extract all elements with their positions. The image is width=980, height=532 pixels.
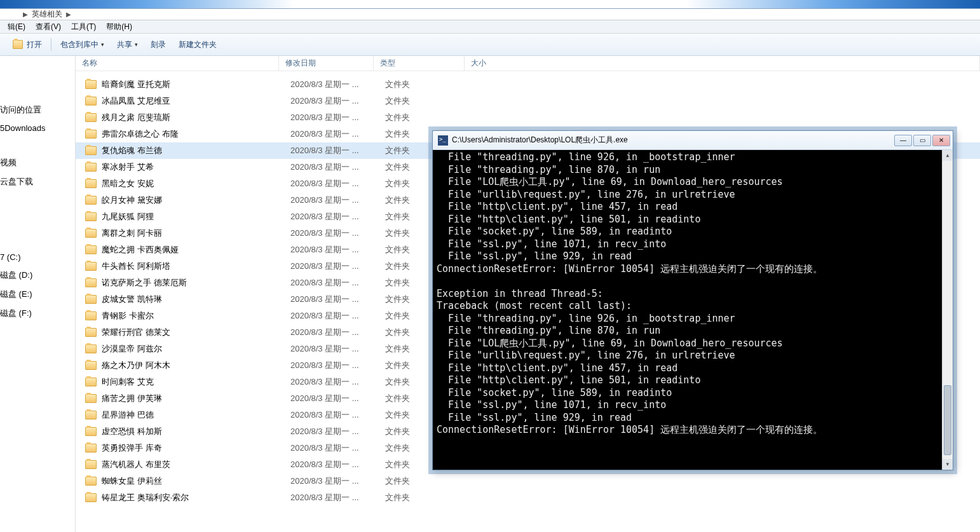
folder-icon xyxy=(85,229,97,238)
file-date: 2020/8/3 星期一 ... xyxy=(290,194,385,206)
file-date: 2020/8/3 星期一 ... xyxy=(290,426,385,437)
console-window[interactable]: C:\Users\Administrator\Desktop\LOL爬虫小工具.… xyxy=(432,130,953,470)
menu-edit[interactable]: 辑(E) xyxy=(3,22,31,32)
folder-icon xyxy=(85,212,97,221)
window-chrome-top xyxy=(0,0,980,9)
breadcrumb-folder[interactable]: 英雄相关 xyxy=(32,9,62,20)
sidebar-item-visited[interactable]: 访问的位置 xyxy=(0,100,75,119)
folder-icon xyxy=(85,196,97,205)
file-name: 荣耀行刑官 德莱文 xyxy=(102,327,290,338)
sidebar: 访问的位置 5Downloads 视频 云盘下载 7 (C:) 磁盘 (D:) … xyxy=(0,56,76,532)
breadcrumb-dropdown-icon[interactable]: ▶ xyxy=(66,11,71,18)
file-name: 离群之刺 阿卡丽 xyxy=(102,228,290,239)
file-name: 弗雷尔卓德之心 布隆 xyxy=(102,128,290,140)
file-name: 青钢影 卡蜜尔 xyxy=(102,310,290,322)
menu-bar: 辑(E) 查看(V) 工具(T) 帮助(H) xyxy=(0,20,980,34)
menu-help[interactable]: 帮助(H) xyxy=(101,22,137,32)
sidebar-item-video[interactable]: 视频 xyxy=(0,153,75,172)
folder-icon xyxy=(85,130,97,139)
file-row[interactable]: 蜘蛛女皇 伊莉丝2020/8/3 星期一 ...文件夹 xyxy=(76,473,980,489)
file-date: 2020/8/3 星期一 ... xyxy=(290,211,385,222)
file-name: 时间刺客 艾克 xyxy=(102,376,290,388)
file-date: 2020/8/3 星期一 ... xyxy=(290,161,385,173)
file-date: 2020/8/3 星期一 ... xyxy=(290,178,385,189)
folder-icon xyxy=(85,113,97,122)
include-library-button[interactable]: 包含到库中 xyxy=(54,34,111,55)
file-date: 2020/8/3 星期一 ... xyxy=(290,145,385,156)
folder-icon xyxy=(85,328,97,337)
file-name: 寒冰射手 艾希 xyxy=(102,161,290,173)
open-button[interactable]: 打开 xyxy=(6,34,48,55)
burn-button[interactable]: 刻录 xyxy=(144,34,172,55)
file-date: 2020/8/3 星期一 ... xyxy=(290,128,385,140)
folder-icon xyxy=(85,411,97,419)
include-label: 包含到库中 xyxy=(60,39,99,50)
console-scrollbar[interactable]: ▲ ▼ xyxy=(942,150,953,470)
menu-view[interactable]: 查看(V) xyxy=(31,22,66,32)
file-date: 2020/8/3 星期一 ... xyxy=(290,228,385,239)
toolbar-separator xyxy=(51,38,51,51)
folder-icon xyxy=(85,295,97,304)
header-name[interactable]: 名称 xyxy=(76,56,279,71)
file-type: 文件夹 xyxy=(385,112,476,123)
file-date: 2020/8/3 星期一 ... xyxy=(290,310,385,322)
folder-icon xyxy=(85,444,97,453)
file-type: 文件夹 xyxy=(385,492,476,503)
file-date: 2020/8/3 星期一 ... xyxy=(290,261,385,272)
maximize-button[interactable]: ▭ xyxy=(913,135,931,146)
open-label: 打开 xyxy=(27,39,42,50)
folder-icon xyxy=(85,477,97,486)
file-date: 2020/8/3 星期一 ... xyxy=(290,393,385,404)
close-button[interactable]: ✕ xyxy=(932,135,950,146)
file-row[interactable]: 暗裔剑魔 亚托克斯2020/8/3 星期一 ...文件夹 xyxy=(76,76,980,93)
new-folder-button[interactable]: 新建文件夹 xyxy=(172,34,223,55)
file-name: 复仇焰魂 布兰德 xyxy=(102,145,290,156)
file-list-header: 名称 修改日期 类型 大小 xyxy=(76,56,980,71)
file-name: 英勇投弹手 库奇 xyxy=(102,442,290,454)
share-button[interactable]: 共享 xyxy=(111,34,144,55)
file-name: 殇之木乃伊 阿木木 xyxy=(102,360,290,371)
file-date: 2020/8/3 星期一 ... xyxy=(290,294,385,305)
sidebar-item-downloads[interactable]: 5Downloads xyxy=(0,119,75,137)
file-row[interactable]: 残月之肃 厄斐琉斯2020/8/3 星期一 ...文件夹 xyxy=(76,109,980,126)
folder-icon xyxy=(85,163,97,172)
file-name: 铸星龙王 奥瑞利安·索尔 xyxy=(102,492,290,503)
minimize-button[interactable]: — xyxy=(894,135,912,146)
file-row[interactable]: 铸星龙王 奥瑞利安·索尔2020/8/3 星期一 ...文件夹 xyxy=(76,489,980,506)
sidebar-item-cloud[interactable]: 云盘下载 xyxy=(0,172,75,191)
file-name: 黑暗之女 安妮 xyxy=(102,178,290,189)
sidebar-item-disk-d[interactable]: 磁盘 (D:) xyxy=(0,266,75,285)
file-date: 2020/8/3 星期一 ... xyxy=(290,360,385,371)
file-row[interactable]: 冰晶凤凰 艾尼维亚2020/8/3 星期一 ...文件夹 xyxy=(76,93,980,109)
sidebar-item-disk-f[interactable]: 磁盘 (F:) xyxy=(0,304,75,323)
console-titlebar[interactable]: C:\Users\Administrator\Desktop\LOL爬虫小工具.… xyxy=(433,131,953,150)
folder-icon xyxy=(85,460,97,469)
folder-icon xyxy=(85,378,97,386)
header-size[interactable]: 大小 xyxy=(465,56,980,71)
header-date[interactable]: 修改日期 xyxy=(279,56,374,71)
scrollbar-thumb[interactable] xyxy=(944,385,951,455)
file-name: 皎月女神 黛安娜 xyxy=(102,194,290,206)
header-type[interactable]: 类型 xyxy=(374,56,465,71)
file-date: 2020/8/3 星期一 ... xyxy=(290,492,385,503)
scrollbar-down-icon[interactable]: ▼ xyxy=(943,459,953,470)
scrollbar-up-icon[interactable]: ▲ xyxy=(943,150,953,161)
file-date: 2020/8/3 星期一 ... xyxy=(290,327,385,338)
address-bar[interactable]: ▶ 英雄相关 ▶ xyxy=(0,9,980,20)
breadcrumb-separator-icon: ▶ xyxy=(23,11,28,18)
file-date: 2020/8/3 星期一 ... xyxy=(290,475,385,487)
folder-icon xyxy=(85,493,97,502)
folder-icon xyxy=(85,361,97,370)
file-name: 九尾妖狐 阿狸 xyxy=(102,211,290,222)
file-name: 蒸汽机器人 布里茨 xyxy=(102,459,290,470)
menu-tools[interactable]: 工具(T) xyxy=(66,22,101,32)
toolbar: 打开 包含到库中 共享 刻录 新建文件夹 xyxy=(0,34,980,56)
file-name: 冰晶凤凰 艾尼维亚 xyxy=(102,95,290,107)
sidebar-item-disk-e[interactable]: 磁盘 (E:) xyxy=(0,285,75,304)
sidebar-item-disk-c[interactable]: 7 (C:) xyxy=(0,249,75,266)
console-title: C:\Users\Administrator\Desktop\LOL爬虫小工具.… xyxy=(452,135,894,146)
folder-icon xyxy=(85,344,97,353)
file-date: 2020/8/3 星期一 ... xyxy=(290,459,385,470)
file-name: 诺克萨斯之手 德莱厄斯 xyxy=(102,277,290,289)
file-name: 痛苦之拥 伊芙琳 xyxy=(102,393,290,404)
